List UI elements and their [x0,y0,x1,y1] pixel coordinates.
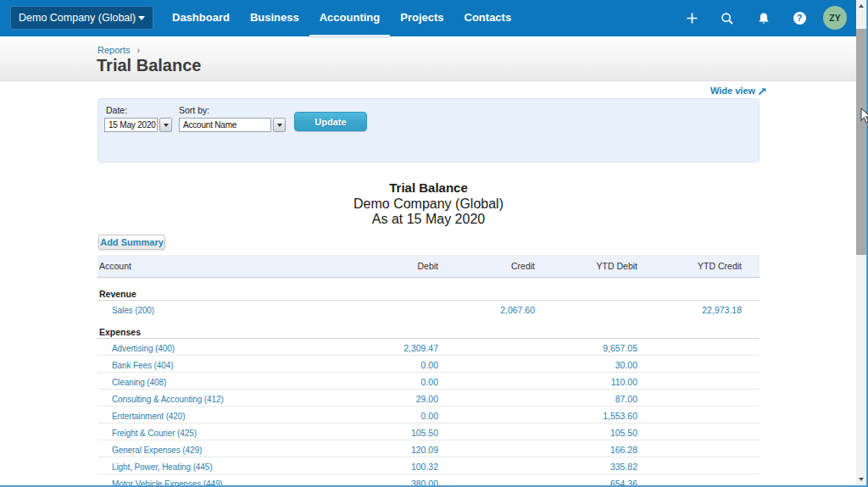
account-cell: Sales (200) [97,301,342,320]
date-select-arrow-button[interactable] [159,118,172,132]
scrollbar-up-arrow-icon[interactable] [859,4,864,8]
table-header-row: AccountDebitCreditYTD DebitYTD Credit [97,255,760,278]
avatar-initials: ZY [829,13,840,23]
report-title: Trial Balance [97,180,760,196]
scrollbar-thumb[interactable] [856,29,866,255]
sort-select-value: Account Name [183,120,236,130]
search-button[interactable] [715,0,740,36]
account-link[interactable]: Bank Fees (404) [112,361,173,370]
table-row: Light, Power, Heating (445)100.32335.82 [97,457,760,474]
account-link[interactable]: Light, Power, Heating (445) [112,462,212,472]
sort-select[interactable]: Account Name [179,118,271,132]
report-filter-panel: Date: 15 May 2020 Sort by: Account Name … [97,98,760,163]
report-date: As at 15 May 2020 [97,212,760,227]
column-header-account: Account [97,261,342,271]
breadcrumb-separator: › [137,45,141,55]
table-row: Advertising (400)2,309.479,657.05 [97,339,760,356]
table-row: Consulting & Accounting (412)29.0087.00 [97,390,760,407]
ytd-credit-cell: 22,973.18 [637,301,760,320]
account-link[interactable]: General Expenses (429) [112,445,202,455]
plus-icon [686,12,698,25]
table-row: Bank Fees (404)0.0030.00 [97,356,760,373]
page-title: Trial Balance [97,56,201,75]
nav-item-accounting[interactable]: Accounting [309,0,391,36]
date-select[interactable]: 15 May 2020 [104,118,158,132]
table-row: Entertainment (420)0.001,553.60 [97,407,760,423]
create-new-button[interactable] [679,0,704,36]
column-header-credit: Credit [438,261,535,271]
trial-balance-table: AccountDebitCreditYTD DebitYTD CreditRev… [97,255,760,487]
table-row: General Expenses (429)120.09166.28 [97,440,760,457]
main-nav: DashboardBusinessAccountingProjectsConta… [162,0,521,36]
scrollbar-down-arrow-icon[interactable] [859,478,864,481]
sort-select-arrow-button[interactable] [273,118,286,132]
table-row: Sales (200)2,067.6022,973.18 [97,301,760,318]
account-link[interactable]: Advertising (400) [112,344,175,353]
chevron-down-icon [138,16,145,20]
date-select-value: 15 May 2020 [108,120,156,130]
help-icon: ? [793,12,806,25]
table-row: Freight & Courier (425)105.50105.50 [97,423,760,440]
nav-item-projects[interactable]: Projects [390,0,453,36]
column-header-debit: Debit [342,261,438,271]
sort-label: Sort by: [179,105,209,115]
help-button[interactable]: ? [787,0,812,36]
avatar[interactable]: ZY [823,6,847,30]
chevron-down-icon [164,124,169,127]
section-title-expenses: Expenses [97,318,760,339]
bell-icon [757,12,771,25]
update-button[interactable]: Update [294,112,367,131]
vertical-scrollbar[interactable] [856,0,866,485]
column-header-ytd-debit: YTD Debit [535,261,637,271]
breadcrumb-reports-link[interactable]: Reports [97,45,131,55]
organisation-menu-button[interactable]: Demo Company (Global) [10,6,153,30]
section-title-revenue: Revenue [97,278,760,301]
nav-item-contacts[interactable]: Contacts [454,0,522,36]
account-link[interactable]: Cleaning (408) [112,378,166,387]
account-link[interactable]: Freight & Courier (425) [112,429,197,438]
breadcrumb: Reports › [97,45,140,55]
nav-item-business[interactable]: Business [240,0,309,36]
table-row: Cleaning (408)0.00110.00 [97,373,760,390]
column-header-ytd-credit: YTD Credit [637,261,760,271]
account-link[interactable]: Sales (200) [112,306,154,315]
expand-ne-arrow-icon [758,86,767,96]
mouse-cursor [860,108,868,124]
add-summary-label: Add Summary [100,237,164,247]
update-button-label: Update [314,117,346,127]
search-icon [721,12,734,25]
credit-cell: 2,067.60 [438,301,535,320]
top-navbar: Demo Company (Global) DashboardBusinessA… [0,0,856,36]
xero-trial-balance-page: Demo Company (Global) DashboardBusinessA… [0,0,868,487]
chevron-down-icon [277,124,282,127]
account-link[interactable]: Entertainment (420) [112,412,185,421]
report-heading: Trial Balance Demo Company (Global) As a… [97,180,760,227]
wide-view-label: Wide view [710,86,755,96]
add-summary-button[interactable]: Add Summary [98,235,165,250]
ytd-debit-cell [535,301,637,320]
notifications-button[interactable] [751,0,776,36]
account-link[interactable]: Consulting & Accounting (412) [112,395,224,404]
report-company: Demo Company (Global) [97,196,760,212]
wide-view-link[interactable]: Wide view [710,86,767,96]
nav-item-dashboard[interactable]: Dashboard [162,0,240,36]
date-label: Date: [106,105,127,115]
organisation-name: Demo Company (Global) [19,12,136,24]
debit-cell [342,301,438,320]
